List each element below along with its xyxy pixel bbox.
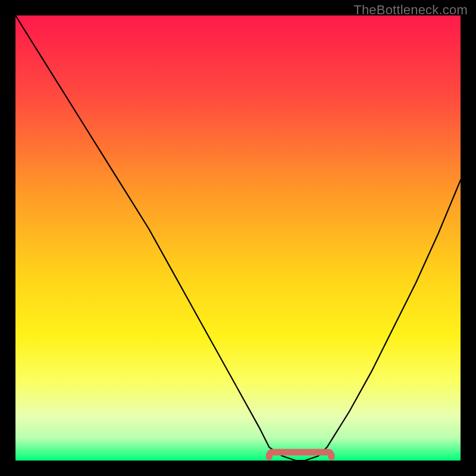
watermark-text: TheBottleneck.com — [353, 2, 468, 18]
chart-frame: TheBottleneck.com — [0, 0, 476, 476]
gradient-background — [15, 15, 461, 461]
chart-svg — [15, 15, 461, 461]
plot-area — [15, 15, 461, 461]
